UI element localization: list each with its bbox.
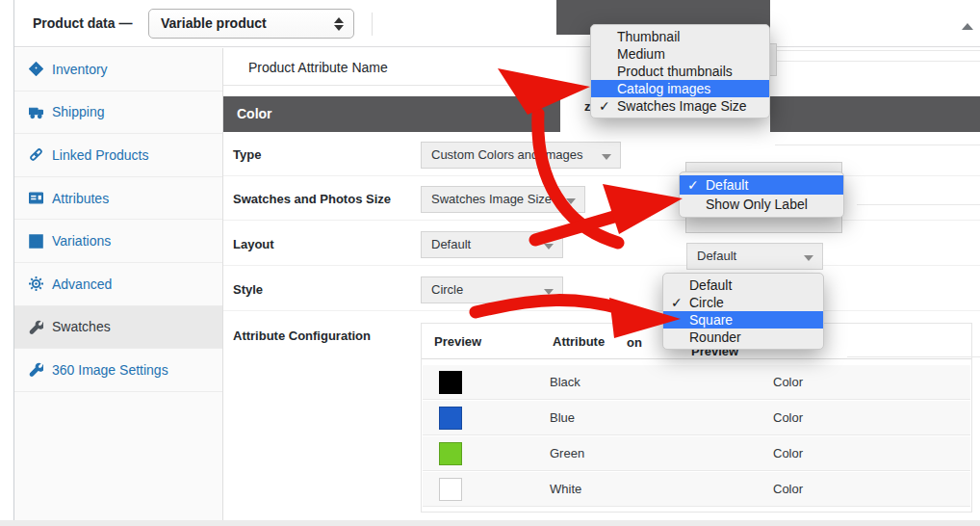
fragment-layout-select[interactable]: Default	[686, 243, 823, 270]
wrench-icon	[29, 362, 43, 377]
check-icon: ✓	[687, 177, 699, 193]
color-swatch	[439, 407, 462, 430]
type-select-value: Custom Colors and Images	[431, 147, 583, 162]
menu-item-square[interactable]: Square	[663, 311, 823, 329]
sidebar-item-linked-products[interactable]: Linked Products	[14, 134, 222, 177]
fragment-row-divider	[847, 356, 980, 357]
layout-dropdown-menu: ✓Default Show Only Label	[679, 171, 844, 218]
table-row-green[interactable]: Green Color	[423, 436, 970, 471]
arrow-head	[603, 184, 683, 234]
page-bottom-strip	[0, 520, 980, 526]
sidebar-item-inventory[interactable]: Inventory	[14, 48, 222, 92]
fragment-color-section-bar	[770, 96, 980, 132]
attribute-name: Blue	[550, 410, 575, 425]
color-section-bar: Color	[223, 96, 560, 132]
check-icon: ✓	[599, 98, 610, 114]
field-label-swatches-size: Swatches and Photos Size	[233, 192, 391, 206]
column-header-attribute: Attribute	[553, 334, 605, 349]
chevron-down-icon	[566, 198, 576, 204]
row-divider	[223, 265, 980, 266]
layout-select[interactable]: Default	[421, 231, 563, 258]
collapse-panel-icon[interactable]	[962, 23, 973, 30]
attribute-type: Color	[773, 482, 803, 496]
color-swatch	[439, 478, 462, 501]
sidebar-item-label: Linked Products	[52, 147, 148, 163]
field-label-layout: Layout	[233, 237, 274, 251]
sidebar-item-variations[interactable]: Variations	[14, 220, 222, 263]
sidebar-item-label: Swatches	[52, 319, 111, 334]
fragment-partial-configuration-label: on	[627, 335, 642, 350]
column-header-preview: Preview	[434, 334, 481, 349]
row-divider	[223, 220, 980, 221]
select-stepper-icon	[334, 16, 344, 32]
style-select[interactable]: Circle	[421, 276, 563, 303]
fragment-layout-select-value: Default	[697, 249, 736, 263]
check-icon: ✓	[671, 295, 683, 310]
menu-item-catalog-images[interactable]: Catalog images	[591, 80, 769, 97]
sidebar-item-label: 360 Image Settings	[52, 362, 168, 378]
menu-item-default[interactable]: Default	[663, 276, 823, 294]
arrow-to-catalog-images	[538, 114, 618, 243]
wrench-icon	[29, 320, 43, 334]
grid-icon	[29, 234, 43, 249]
product-type-select[interactable]: Variable product	[148, 9, 354, 39]
chevron-down-icon	[602, 154, 611, 160]
sidebar-item-advanced[interactable]: Advanced	[14, 263, 222, 306]
chevron-down-icon	[544, 244, 554, 250]
menu-item-medium[interactable]: Medium	[591, 45, 769, 63]
color-swatch	[439, 442, 462, 465]
fragment-row-divider	[857, 204, 980, 205]
chevron-down-icon	[544, 289, 554, 295]
sidebar-item-360-image-settings[interactable]: 360 Image Settings	[14, 349, 222, 392]
menu-item-swatches-image-size[interactable]: ✓Swatches Image Size	[591, 97, 769, 115]
menu-item-show-only-label[interactable]: Show Only Label	[680, 195, 843, 214]
layout-select-value: Default	[431, 237, 471, 251]
menu-item-default[interactable]: ✓Default	[680, 175, 843, 195]
swatches-size-select[interactable]: Swatches Image Size	[421, 186, 585, 213]
color-swatch	[439, 371, 462, 394]
style-select-value: Circle	[431, 282, 463, 297]
table-row-blue[interactable]: Blue Color	[423, 401, 970, 435]
header-divider	[223, 85, 560, 86]
attribute-name: Green	[550, 446, 584, 460]
menu-item-rounder[interactable]: Rounder	[663, 329, 823, 346]
attribute-name: White	[550, 482, 581, 496]
table-row-black[interactable]: Black Color	[423, 365, 970, 400]
menu-item-circle[interactable]: ✓Circle	[663, 294, 823, 311]
image-size-dropdown-menu: Thumbnail Medium Product thumbnails Cata…	[590, 24, 770, 118]
style-dropdown-menu: Default ✓Circle Square Rounder	[662, 273, 824, 350]
menu-item-product-thumbnails[interactable]: Product thumbnails	[591, 63, 769, 80]
product-type-value: Variable product	[161, 15, 267, 31]
tag-icon	[29, 62, 43, 76]
menu-item-thumbnail[interactable]: Thumbnail	[591, 28, 769, 45]
type-select[interactable]: Custom Colors and Images	[421, 142, 621, 169]
truck-icon	[29, 105, 43, 119]
product-data-metabox: Product data — Variable product Inventor…	[0, 0, 980, 526]
color-section-title: Color	[237, 106, 272, 121]
fragment-row-divider	[775, 145, 980, 145]
row-divider	[223, 175, 980, 176]
row-divider	[223, 310, 980, 311]
sidebar-item-attributes[interactable]: Attributes	[14, 177, 222, 221]
sidebar-item-label: Shipping	[52, 104, 105, 119]
product-data-header-bar: Product data — Variable product	[13, 0, 980, 47]
sidebar-item-shipping[interactable]: Shipping	[14, 92, 222, 135]
gear-icon	[29, 276, 43, 291]
sidebar-item-label: Advanced	[52, 276, 112, 292]
attribute-type: Color	[773, 410, 803, 425]
chevron-down-icon	[804, 255, 813, 261]
field-label-attribute-configuration: Attribute Configuration	[233, 329, 371, 343]
product-data-sidebar: Inventory Shipping Linked Products Attri…	[14, 48, 223, 520]
sidebar-item-swatches[interactable]: Swatches	[14, 306, 222, 350]
attribute-name: Black	[550, 375, 580, 389]
table-row-white[interactable]: White Color	[423, 472, 970, 507]
attribute-name-header: Product Attribute Name	[248, 60, 388, 75]
toolbar-divider	[372, 13, 373, 36]
card-icon	[29, 191, 43, 205]
sidebar-item-label: Variations	[52, 233, 111, 249]
swatches-size-select-value: Swatches Image Size	[431, 192, 552, 206]
field-label-type: Type	[233, 147, 261, 162]
sidebar-item-label: Attributes	[52, 191, 109, 206]
sidebar-item-label: Inventory	[52, 62, 108, 77]
field-label-style: Style	[233, 282, 263, 297]
